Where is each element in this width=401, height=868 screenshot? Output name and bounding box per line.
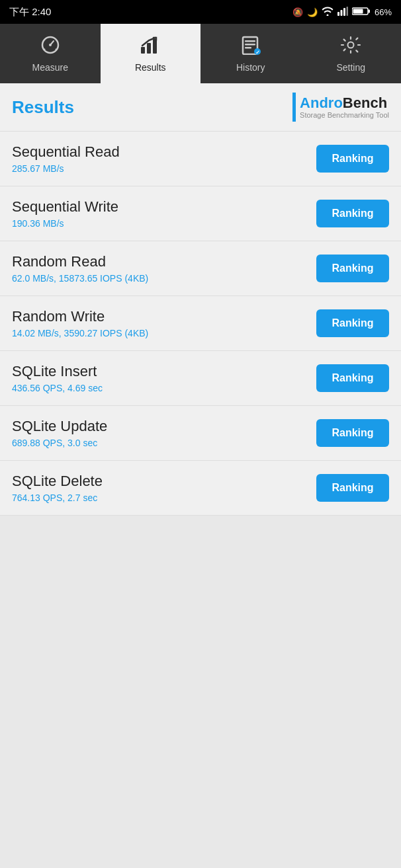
svg-rect-1 (340, 10, 342, 16)
svg-rect-6 (353, 9, 363, 13)
page-title: Results (12, 97, 74, 118)
brand-name-black: Bench (343, 95, 387, 111)
brand-subtitle: Storage Benchmarking Tool (300, 111, 389, 119)
result-name-seq-read: Sequential Read (12, 143, 316, 161)
svg-rect-18 (245, 47, 251, 49)
tab-setting[interactable]: Setting (301, 24, 402, 83)
result-item-sqlite-insert: SQLite Insert 436.56 QPS, 4.69 sec Ranki… (0, 351, 401, 406)
mute-icon: 🔕 (292, 7, 303, 17)
ranking-btn-seq-write[interactable]: Ranking (316, 200, 389, 227)
result-info-sqlite-insert: SQLite Insert 436.56 QPS, 4.69 sec (12, 363, 316, 393)
tab-results[interactable]: Results (101, 24, 201, 83)
battery-icon (352, 7, 371, 18)
result-name-sqlite-update: SQLite Update (12, 418, 316, 435)
result-value-rand-read: 62.0 MB/s, 15873.65 IOPS (4KB) (12, 273, 316, 284)
results-list: Sequential Read 285.67 MB/s Ranking Sequ… (0, 132, 401, 516)
result-item-sqlite-update: SQLite Update 689.88 QPS, 3.0 sec Rankin… (0, 406, 401, 461)
brand-name-blue: Andro (300, 95, 343, 111)
brand-name: AndroBench (300, 95, 387, 111)
result-item-rand-write: Random Write 14.02 MB/s, 3590.27 IOPS (4… (0, 296, 401, 351)
result-info-seq-read: Sequential Read 285.67 MB/s (12, 143, 316, 174)
tab-measure-label: Measure (32, 62, 68, 73)
result-info-sqlite-update: SQLite Update 689.88 QPS, 3.0 sec (12, 418, 316, 448)
result-name-rand-write: Random Write (12, 308, 316, 325)
result-item-sqlite-delete: SQLite Delete 764.13 QPS, 2.7 sec Rankin… (0, 461, 401, 516)
svg-rect-0 (337, 12, 339, 16)
svg-rect-5 (368, 9, 370, 13)
signal-icon (337, 7, 348, 18)
svg-point-21 (348, 42, 354, 48)
page-header: Results AndroBench Storage Benchmarking … (0, 83, 401, 132)
measure-icon (39, 35, 62, 58)
ranking-btn-rand-read[interactable]: Ranking (316, 255, 389, 282)
svg-line-9 (50, 41, 54, 45)
tab-history-label: History (236, 62, 265, 73)
result-name-sqlite-insert: SQLite Insert (12, 363, 316, 380)
wifi-icon (322, 7, 334, 18)
history-icon: ✓ (240, 35, 262, 58)
result-value-sqlite-insert: 436.56 QPS, 4.69 sec (12, 383, 316, 393)
result-value-seq-read: 285.67 MB/s (12, 163, 316, 174)
result-item-seq-read: Sequential Read 285.67 MB/s Ranking (0, 132, 401, 186)
svg-rect-16 (245, 40, 255, 42)
result-info-rand-write: Random Write 14.02 MB/s, 3590.27 IOPS (4… (12, 308, 316, 338)
results-icon (139, 35, 161, 58)
status-bar: 下午 2:40 🔕 🌙 66 (0, 0, 401, 24)
result-item-seq-write: Sequential Write 190.36 MB/s Ranking (0, 186, 401, 241)
svg-text:✓: ✓ (255, 50, 259, 55)
result-info-rand-read: Random Read 62.0 MB/s, 15873.65 IOPS (4K… (12, 253, 316, 284)
svg-rect-12 (141, 47, 145, 54)
result-name-rand-read: Random Read (12, 253, 316, 270)
svg-rect-3 (346, 7, 348, 16)
result-value-sqlite-delete: 764.13 QPS, 2.7 sec (12, 493, 316, 503)
status-icons: 🔕 🌙 66% (292, 7, 392, 18)
result-name-seq-write: Sequential Write (12, 198, 316, 216)
tab-results-label: Results (135, 62, 166, 73)
result-value-seq-write: 190.36 MB/s (12, 218, 316, 229)
result-info-sqlite-delete: SQLite Delete 764.13 QPS, 2.7 sec (12, 473, 316, 503)
svg-line-10 (44, 49, 45, 50)
result-value-sqlite-update: 689.88 QPS, 3.0 sec (12, 438, 316, 448)
ranking-btn-sqlite-delete[interactable]: Ranking (316, 474, 389, 502)
svg-rect-2 (343, 8, 345, 16)
brand-logo: AndroBench Storage Benchmarking Tool (292, 93, 389, 122)
ranking-btn-rand-write[interactable]: Ranking (316, 309, 389, 337)
result-item-rand-read: Random Read 62.0 MB/s, 15873.65 IOPS (4K… (0, 241, 401, 296)
svg-line-11 (56, 49, 57, 50)
battery-percentage: 66% (375, 7, 392, 17)
result-name-sqlite-delete: SQLite Delete (12, 473, 316, 490)
tab-setting-label: Setting (336, 62, 365, 73)
status-time: 下午 2:40 (9, 6, 51, 19)
ranking-btn-seq-read[interactable]: Ranking (316, 145, 389, 173)
ranking-btn-sqlite-insert[interactable]: Ranking (316, 364, 389, 392)
ranking-btn-sqlite-update[interactable]: Ranking (316, 419, 389, 447)
nav-tabs: Measure Results ✓ History (0, 24, 401, 83)
moon-icon: 🌙 (307, 7, 318, 17)
svg-rect-13 (147, 43, 151, 54)
setting-icon (339, 35, 362, 58)
svg-rect-17 (245, 44, 255, 46)
svg-rect-14 (153, 39, 157, 54)
result-value-rand-write: 14.02 MB/s, 3590.27 IOPS (4KB) (12, 328, 316, 338)
result-info-seq-write: Sequential Write 190.36 MB/s (12, 198, 316, 229)
brand-accent-bar (292, 93, 296, 122)
tab-measure[interactable]: Measure (0, 24, 101, 83)
brand-text: AndroBench Storage Benchmarking Tool (300, 95, 389, 119)
tab-history[interactable]: ✓ History (200, 24, 301, 83)
